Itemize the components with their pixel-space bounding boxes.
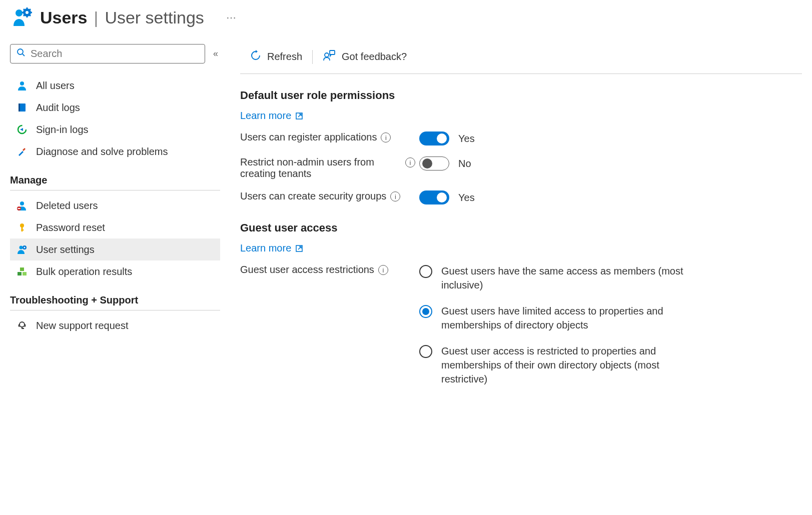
section-guest-access: Guest user access Learn more Guest user … — [240, 222, 802, 398]
sidebar-item-label: Audit logs — [36, 102, 80, 114]
svg-rect-31 — [330, 50, 335, 54]
main-content: Refresh Got feedback? Default user role … — [240, 44, 802, 398]
feedback-icon — [323, 50, 336, 64]
svg-point-0 — [16, 10, 23, 16]
sidebar-item-label: Password reset — [36, 222, 105, 234]
sidebar-item-password-reset[interactable]: Password reset — [10, 216, 220, 238]
user-icon — [16, 80, 28, 92]
book-icon — [16, 102, 28, 114]
section-heading: Guest user access — [240, 222, 802, 234]
svg-rect-26 — [20, 268, 24, 271]
setting-label: Users can register applications — [240, 132, 377, 143]
svg-point-11 — [18, 49, 23, 54]
setting-label: Guest user access restrictions — [240, 264, 374, 276]
toggle-label: Yes — [458, 192, 475, 204]
svg-line-8 — [30, 15, 31, 16]
page-title-sub: User settings — [105, 8, 204, 27]
sidebar-item-audit-logs[interactable]: Audit logs — [10, 96, 220, 118]
setting-restrict-tenants: Restrict non-admin users from creating t… — [240, 156, 802, 180]
sidebar-item-user-settings[interactable]: User settings — [10, 238, 220, 260]
svg-rect-21 — [22, 227, 23, 232]
sidebar-item-label: User settings — [36, 244, 95, 256]
sidebar-section-support: Troubleshooting + Support — [10, 282, 220, 310]
setting-guest-restrictions: Guest user access restrictions i Guest u… — [240, 264, 802, 398]
blocks-icon — [16, 266, 28, 278]
learn-more-label: Learn more — [240, 110, 291, 122]
svg-rect-15 — [19, 104, 20, 112]
sidebar-item-label: Bulk operation results — [36, 266, 132, 278]
svg-point-25 — [24, 247, 26, 248]
external-link-icon — [295, 244, 303, 252]
info-icon[interactable]: i — [405, 158, 415, 168]
radio-option-limited[interactable]: Guest users have limited access to prope… — [419, 304, 802, 332]
svg-line-12 — [23, 54, 25, 56]
refresh-icon — [250, 50, 261, 64]
toggle-create-groups[interactable] — [419, 190, 449, 204]
sidebar-item-label: Diagnose and solve problems — [36, 146, 168, 158]
refresh-button[interactable]: Refresh — [240, 48, 312, 66]
sidebar-item-new-support[interactable]: New support request — [10, 314, 220, 336]
user-deleted-icon — [16, 200, 28, 212]
page-title: Users | User settings — [40, 8, 204, 28]
radio-icon[interactable] — [419, 305, 432, 318]
refresh-label: Refresh — [267, 51, 302, 62]
svg-rect-27 — [18, 272, 22, 276]
info-icon[interactable]: i — [378, 265, 388, 275]
setting-label: Restrict non-admin users from creating t… — [240, 156, 401, 180]
sidebar-item-label: New support request — [36, 320, 129, 332]
toggle-register-apps[interactable] — [419, 132, 449, 146]
info-icon[interactable]: i — [381, 132, 391, 142]
sidebar-search[interactable] — [10, 44, 205, 64]
svg-point-20 — [20, 224, 24, 228]
feedback-button[interactable]: Got feedback? — [313, 48, 417, 66]
page-title-main: Users — [40, 8, 88, 27]
more-menu[interactable]: ⋯ — [226, 12, 236, 24]
sidebar-item-bulk-results[interactable]: Bulk operation results — [10, 260, 220, 282]
section-default-permissions: Default user role permissions Learn more… — [240, 89, 802, 204]
radio-icon[interactable] — [419, 345, 432, 358]
radio-option-restrictive[interactable]: Guest user access is restricted to prope… — [419, 344, 802, 386]
learn-more-label: Learn more — [240, 242, 291, 254]
tools-icon — [16, 146, 28, 158]
sidebar-section-manage: Manage — [10, 162, 220, 190]
svg-point-2 — [26, 11, 29, 14]
radio-icon[interactable] — [419, 265, 432, 278]
search-input[interactable] — [31, 48, 199, 60]
info-icon[interactable]: i — [390, 192, 400, 202]
page-header: Users | User settings ⋯ — [10, 6, 802, 29]
svg-point-29 — [20, 322, 25, 327]
sidebar-item-diagnose[interactable]: Diagnose and solve problems — [10, 140, 220, 162]
sidebar-item-deleted-users[interactable]: Deleted users — [10, 194, 220, 216]
page-title-sep: | — [94, 8, 99, 27]
user-settings-icon — [16, 244, 28, 256]
setting-label: Users can create security groups — [240, 190, 386, 202]
radio-option-inclusive[interactable]: Guest users have the same access as memb… — [419, 264, 802, 292]
radio-label: Guest users have the same access as memb… — [441, 264, 701, 292]
search-icon — [17, 48, 26, 60]
collapse-sidebar-icon[interactable]: « — [211, 46, 220, 61]
sidebar-item-label: Deleted users — [36, 200, 98, 212]
svg-rect-19 — [18, 208, 21, 209]
toggle-restrict-tenants[interactable] — [419, 156, 449, 170]
sidebar-item-all-users[interactable]: All users — [10, 74, 220, 96]
learn-more-link[interactable]: Learn more — [240, 110, 303, 122]
external-link-icon — [295, 112, 303, 120]
radio-label: Guest users have limited access to prope… — [441, 304, 701, 332]
sidebar-item-signin-logs[interactable]: Sign-in logs — [10, 118, 220, 140]
svg-point-30 — [325, 53, 329, 57]
radio-label: Guest user access is restricted to prope… — [441, 344, 701, 386]
learn-more-link[interactable]: Learn more — [240, 242, 303, 254]
svg-point-17 — [20, 202, 24, 206]
key-icon — [16, 222, 28, 234]
signin-icon — [16, 124, 28, 136]
svg-line-9 — [30, 9, 31, 10]
nav-manage: Deleted users Password reset User settin… — [10, 194, 220, 282]
toolbar: Refresh Got feedback? — [240, 48, 802, 74]
svg-rect-28 — [23, 272, 27, 276]
toggle-label: No — [458, 158, 471, 170]
support-icon — [16, 320, 28, 332]
svg-point-23 — [20, 246, 23, 250]
feedback-label: Got feedback? — [342, 51, 407, 62]
nav-top: All users Audit logs Sign-in logs Diagno… — [10, 74, 220, 162]
svg-rect-22 — [22, 230, 24, 230]
